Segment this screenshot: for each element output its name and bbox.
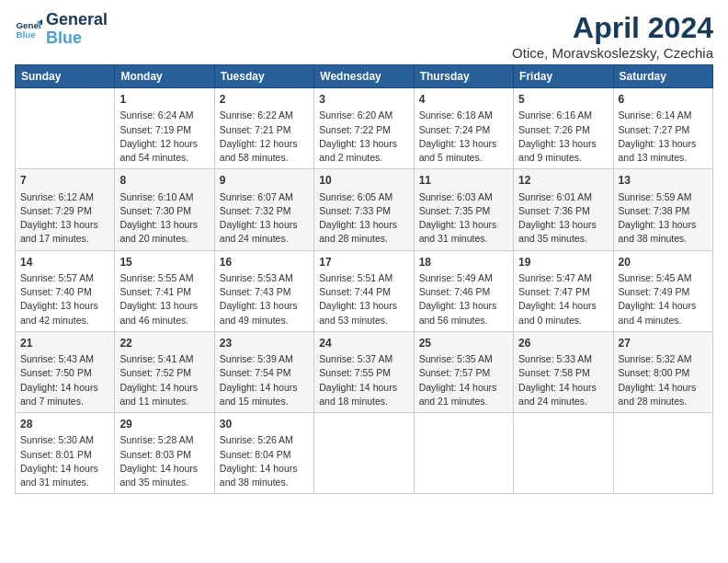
day-info-line: Sunset: 8:00 PM (619, 366, 708, 380)
day-info-line: Sunrise: 6:22 AM (220, 109, 309, 122)
day-info-line: Sunrise: 6:24 AM (119, 109, 209, 122)
calendar-cell: 7Sunrise: 6:12 AMSunset: 7:29 PMDaylight… (16, 169, 115, 250)
day-info-line: and 31 minutes. (20, 476, 109, 489)
calendar-cell: 5Sunrise: 6:16 AMSunset: 7:26 PMDaylight… (514, 88, 613, 169)
day-info-line: Daylight: 13 hours (419, 218, 508, 232)
day-info-line: Sunrise: 5:45 AM (619, 271, 708, 285)
day-info-line: Daylight: 13 hours (619, 137, 708, 151)
day-info-line: Daylight: 14 hours (518, 299, 608, 313)
day-info-line: Sunrise: 5:41 AM (119, 352, 209, 366)
day-info-line: Sunrise: 5:55 AM (119, 271, 209, 285)
day-info-line: Sunset: 7:26 PM (518, 123, 608, 137)
calendar-cell: 10Sunrise: 6:05 AMSunset: 7:33 PMDayligh… (314, 169, 414, 250)
day-info-line: Daylight: 13 hours (319, 137, 408, 151)
calendar-week-1: 1Sunrise: 6:24 AMSunset: 7:19 PMDaylight… (16, 88, 713, 169)
day-info-line: Sunset: 7:24 PM (419, 123, 508, 137)
day-number: 7 (20, 173, 109, 189)
day-info-line: Daylight: 14 hours (119, 462, 209, 476)
day-info-line: Sunset: 7:21 PM (220, 123, 309, 137)
day-info-line: Sunrise: 5:32 AM (619, 352, 708, 366)
day-info-line: Sunrise: 5:43 AM (20, 352, 109, 366)
calendar-cell: 19Sunrise: 5:47 AMSunset: 7:47 PMDayligh… (514, 250, 613, 331)
calendar-cell: 20Sunrise: 5:45 AMSunset: 7:49 PMDayligh… (613, 250, 712, 331)
day-info-line: Daylight: 12 hours (119, 137, 209, 151)
day-info-line: and 38 minutes. (619, 232, 708, 246)
day-number: 14 (20, 255, 109, 270)
calendar-cell: 25Sunrise: 5:35 AMSunset: 7:57 PMDayligh… (414, 331, 513, 412)
logo-text: General Blue (46, 11, 108, 48)
day-info-line: and 28 minutes. (619, 395, 708, 408)
day-info-line: Sunset: 7:55 PM (319, 366, 408, 380)
day-info-line: Sunset: 7:50 PM (20, 366, 109, 380)
day-info-line: Sunset: 7:49 PM (619, 285, 708, 299)
day-info-line: Sunset: 7:57 PM (419, 366, 508, 380)
calendar-cell: 21Sunrise: 5:43 AMSunset: 7:50 PMDayligh… (16, 331, 115, 412)
day-info-line: and 11 minutes. (119, 395, 209, 408)
calendar-cell: 14Sunrise: 5:57 AMSunset: 7:40 PMDayligh… (16, 250, 115, 331)
calendar-cell: 29Sunrise: 5:28 AMSunset: 8:03 PMDayligh… (115, 413, 214, 494)
calendar-week-3: 14Sunrise: 5:57 AMSunset: 7:40 PMDayligh… (16, 250, 713, 331)
day-number: 8 (119, 173, 209, 189)
day-info-line: Sunrise: 5:47 AM (518, 271, 608, 285)
calendar-header-row: Sunday Monday Tuesday Wednesday Thursday… (16, 65, 713, 88)
day-number: 6 (619, 92, 708, 108)
col-monday: Monday (115, 65, 214, 88)
day-info-line: Sunset: 7:47 PM (518, 285, 608, 299)
day-info-line: Daylight: 13 hours (319, 299, 408, 313)
calendar-cell: 12Sunrise: 6:01 AMSunset: 7:36 PMDayligh… (514, 169, 613, 250)
calendar-cell: 6Sunrise: 6:14 AMSunset: 7:27 PMDaylight… (613, 88, 712, 169)
day-info-line: Sunrise: 6:03 AM (419, 190, 508, 204)
day-info-line: and 2 minutes. (319, 151, 408, 165)
day-info-line: and 35 minutes. (119, 476, 209, 489)
day-info-line: and 17 minutes. (20, 232, 109, 246)
day-info-line: Sunrise: 6:10 AM (119, 190, 209, 204)
day-number: 22 (119, 336, 209, 351)
calendar-cell: 4Sunrise: 6:18 AMSunset: 7:24 PMDaylight… (414, 88, 513, 169)
calendar-cell: 9Sunrise: 6:07 AMSunset: 7:32 PMDaylight… (214, 169, 313, 250)
day-info-line: Sunset: 7:32 PM (220, 204, 309, 218)
day-number: 17 (319, 255, 408, 270)
day-info-line: Sunset: 7:22 PM (319, 123, 408, 137)
day-info-line: Daylight: 14 hours (220, 381, 309, 395)
day-number: 25 (419, 336, 508, 351)
day-info-line: Daylight: 13 hours (119, 299, 209, 313)
calendar-cell (314, 413, 414, 494)
day-info-line: Daylight: 13 hours (20, 218, 109, 232)
day-info-line: and 42 minutes. (20, 314, 109, 327)
day-info-line: Sunset: 7:52 PM (119, 366, 209, 380)
day-info-line: and 13 minutes. (619, 151, 708, 165)
day-info-line: Sunrise: 5:33 AM (518, 352, 608, 366)
day-info-line: Sunset: 7:54 PM (220, 366, 309, 380)
day-number: 19 (518, 255, 608, 270)
day-info-line: and 7 minutes. (20, 395, 109, 408)
day-info-line: and 4 minutes. (619, 314, 708, 327)
day-number: 26 (518, 336, 608, 351)
day-info-line: Daylight: 13 hours (419, 299, 508, 313)
day-info-line: Daylight: 14 hours (619, 381, 708, 395)
day-info-line: Daylight: 12 hours (220, 137, 309, 151)
day-number: 30 (220, 417, 309, 432)
day-info-line: Sunset: 7:19 PM (119, 123, 209, 137)
day-number: 23 (220, 336, 309, 351)
day-info-line: Sunset: 8:03 PM (119, 448, 209, 462)
day-info-line: Daylight: 13 hours (518, 137, 608, 151)
day-info-line: and 31 minutes. (419, 232, 508, 246)
day-info-line: Sunrise: 5:28 AM (119, 433, 209, 447)
month-title: April 2024 (512, 11, 713, 45)
calendar-cell: 22Sunrise: 5:41 AMSunset: 7:52 PMDayligh… (115, 331, 214, 412)
day-info-line: Sunrise: 6:18 AM (419, 109, 508, 122)
day-info-line: Sunrise: 5:37 AM (319, 352, 408, 366)
day-info-line: Daylight: 13 hours (220, 299, 309, 313)
day-info-line: Sunset: 7:27 PM (619, 123, 708, 137)
day-info-line: Daylight: 13 hours (220, 218, 309, 232)
calendar-cell: 1Sunrise: 6:24 AMSunset: 7:19 PMDaylight… (115, 88, 214, 169)
day-info-line: Sunset: 7:33 PM (319, 204, 408, 218)
calendar-cell: 28Sunrise: 5:30 AMSunset: 8:01 PMDayligh… (16, 413, 115, 494)
day-number: 18 (419, 255, 508, 270)
day-info-line: Daylight: 14 hours (20, 381, 109, 395)
day-info-line: and 58 minutes. (220, 151, 309, 165)
day-info-line: Sunset: 7:35 PM (419, 204, 508, 218)
calendar-cell: 17Sunrise: 5:51 AMSunset: 7:44 PMDayligh… (314, 250, 414, 331)
day-info-line: Sunrise: 6:14 AM (619, 109, 708, 122)
day-number: 3 (319, 92, 408, 108)
